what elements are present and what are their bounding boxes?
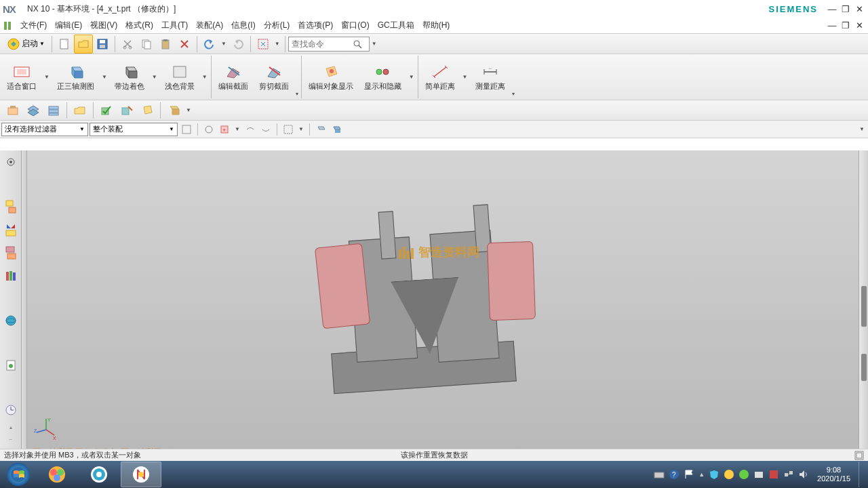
open-button[interactable] (74, 35, 93, 54)
task-app-1[interactable] (37, 462, 77, 487)
bg-dropdown[interactable]: ▼ (200, 74, 210, 80)
nav-button-2[interactable] (2, 221, 20, 239)
sel-4[interactable] (243, 122, 258, 137)
sel-7[interactable] (313, 122, 328, 137)
fit-window-button[interactable]: 适合窗口 (1, 62, 42, 92)
tray-expand[interactable]: ▲ (698, 471, 705, 478)
new-button[interactable] (55, 35, 74, 54)
undo-dropdown[interactable]: ▼ (219, 41, 229, 47)
menu-format[interactable]: 格式(R) (121, 18, 157, 33)
asm-btn-4[interactable] (70, 102, 90, 119)
delete-button[interactable] (175, 35, 194, 54)
fit-dropdown[interactable]: ▼ (273, 41, 282, 47)
tray-icon-2[interactable] (724, 469, 734, 480)
simple-distance-button[interactable]: 简单距离 (420, 62, 460, 92)
viewport[interactable]: 智造资料网 X Y Z 正三轴测图 工作 摄像机 正三轴测图 (27, 150, 859, 461)
help-icon[interactable]: ? (669, 469, 679, 480)
nav-button-5[interactable] (2, 312, 20, 329)
menu-window[interactable]: 窗口(O) (337, 18, 373, 33)
scroll-thumb-1[interactable] (861, 286, 867, 327)
distance-dropdown[interactable]: ▼ (460, 74, 470, 80)
nav-button-4[interactable] (2, 267, 20, 285)
show-hide-button[interactable]: 显示和隐藏 (359, 62, 407, 92)
trimetric-button[interactable]: 正三轴测图 (52, 62, 100, 92)
doc-minimize[interactable]: — (826, 20, 838, 31)
asm-dropdown[interactable]: ▼ (184, 107, 193, 113)
sel-6[interactable] (281, 122, 296, 137)
clock[interactable]: 9:08 2020/1/15 (813, 466, 854, 483)
sel-dropdown[interactable]: ▼ (233, 126, 242, 132)
view-fit-button[interactable] (254, 35, 273, 54)
nav-button-3[interactable] (2, 244, 20, 262)
asm-btn-2[interactable] (23, 102, 43, 119)
search-dropdown[interactable]: ▼ (370, 41, 379, 47)
redo-button[interactable] (229, 35, 248, 54)
menu-info[interactable]: 信息(I) (227, 18, 259, 33)
status-icon[interactable] (854, 451, 864, 460)
doc-close[interactable]: ✕ (853, 20, 865, 31)
start-menu[interactable] (0, 461, 37, 488)
nav-button-1[interactable] (2, 198, 20, 216)
sel-1[interactable] (179, 122, 194, 137)
start-button[interactable]: 启动 ▼ (3, 36, 49, 52)
task-nx[interactable] (121, 462, 161, 487)
shield-icon[interactable] (709, 469, 719, 480)
keyboard-icon[interactable] (654, 469, 665, 480)
edit-section-button[interactable]: 编辑截面 (213, 62, 254, 92)
filter-dropdown[interactable]: 没有选择过滤器▼ (1, 123, 88, 136)
flag-icon[interactable] (684, 469, 694, 480)
scope-dropdown[interactable]: 整个装配▼ (90, 123, 178, 136)
sel-5[interactable] (258, 122, 273, 137)
asm-btn-1[interactable] (3, 102, 23, 119)
volume-icon[interactable] (798, 469, 809, 480)
menu-analysis[interactable]: 分析(L) (260, 18, 294, 33)
save-button[interactable] (93, 35, 112, 54)
menu-edit[interactable]: 编辑(E) (51, 18, 86, 33)
scrollbar[interactable] (859, 150, 868, 461)
task-app-2[interactable] (79, 462, 119, 487)
tray-icon-4[interactable] (753, 469, 764, 480)
fit-window-dropdown[interactable]: ▼ (42, 74, 52, 80)
scroll-thumb-2[interactable] (861, 354, 867, 381)
nav-button-7[interactable] (2, 401, 20, 419)
menu-assembly[interactable]: 装配(A) (192, 18, 227, 33)
tray-icon-3[interactable] (738, 469, 749, 480)
sel-2[interactable] (201, 122, 216, 137)
asm-btn-5[interactable] (96, 102, 117, 119)
collapse-up[interactable]: ▴ (9, 424, 12, 430)
light-bg-button[interactable]: 浅色背景 (159, 62, 200, 92)
nav-button-6[interactable] (2, 357, 20, 374)
network-icon[interactable] (783, 469, 794, 480)
menu-file[interactable]: 文件(F) (16, 18, 51, 33)
measure-expand[interactable]: ▾ (511, 89, 516, 98)
asm-btn-6[interactable] (117, 102, 137, 119)
sel-3[interactable]: + (217, 122, 232, 137)
asm-btn-3[interactable] (43, 102, 64, 119)
paste-button[interactable] (156, 35, 175, 54)
sel-dropdown-2[interactable]: ▼ (296, 126, 306, 132)
shaded-edges-button[interactable]: 带边着色 (109, 62, 150, 92)
doc-restore[interactable]: ❐ (840, 20, 852, 31)
measure-distance-button[interactable]: ↔ 测量距离 (470, 62, 511, 92)
collapse-mid[interactable]: – (9, 436, 12, 442)
edit-display-button[interactable]: 编辑对象显示 (303, 62, 359, 92)
clip-section-button[interactable]: 剪切截面 (254, 62, 294, 92)
command-search[interactable] (288, 37, 370, 52)
trimetric-dropdown[interactable]: ▼ (100, 74, 109, 80)
search-input[interactable] (292, 39, 353, 49)
show-hide-dropdown[interactable]: ▼ (407, 74, 416, 80)
menu-gctoolbox[interactable]: GC工具箱 (374, 18, 418, 33)
undo-button[interactable] (200, 35, 219, 54)
menu-tools[interactable]: 工具(T) (157, 18, 192, 33)
tray-icon-5[interactable] (768, 469, 779, 480)
sel-8[interactable] (329, 122, 344, 137)
cut-button[interactable] (118, 35, 137, 54)
selbar-expand[interactable]: ▼ (857, 126, 867, 132)
copy-button[interactable] (137, 35, 156, 54)
menu-help[interactable]: 帮助(H) (418, 18, 454, 33)
section-expand[interactable]: ▾ (294, 89, 300, 98)
shaded-dropdown[interactable]: ▼ (150, 74, 159, 80)
splitter[interactable] (22, 150, 27, 461)
asm-btn-7[interactable] (137, 102, 157, 119)
show-desktop[interactable] (859, 462, 864, 487)
